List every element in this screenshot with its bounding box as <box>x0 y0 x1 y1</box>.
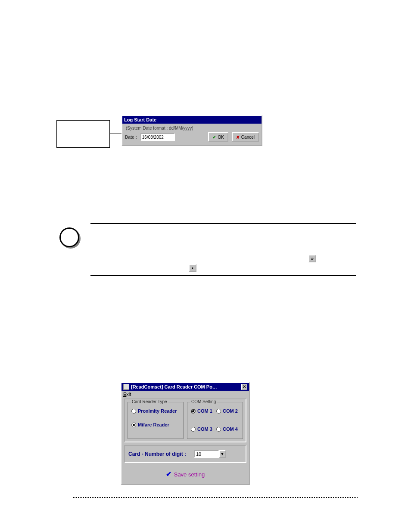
radio-selected-icon <box>191 409 196 414</box>
com3-radio[interactable]: COM 3 <box>191 426 214 432</box>
x-icon: ✘ <box>236 135 240 140</box>
card-digit-panel: Card - Number of digit : ▼ <box>124 445 246 463</box>
com-setting-group: COM Setting COM 1 COM 2 COM 3 <box>187 402 243 439</box>
proximity-reader-radio[interactable]: Proximity Reader <box>131 408 180 414</box>
com1-label: COM 1 <box>197 408 212 414</box>
dotted-separator <box>73 497 358 498</box>
save-setting-label: Save setting <box>174 471 205 478</box>
mifare-reader-radio[interactable]: Mifare Reader <box>131 422 180 427</box>
card-digit-combo[interactable]: ▼ <box>194 450 226 458</box>
date-input[interactable] <box>140 133 175 141</box>
dialog2-title-text: [ReadComset] Card Reader COM Po… <box>131 384 217 389</box>
menu-exit[interactable]: Exit <box>123 392 131 397</box>
ok-button[interactable]: ✔ OK <box>208 132 228 142</box>
card-reader-type-legend: Card Reader Type <box>131 399 168 404</box>
readcomset-dialog: [ReadComset] Card Reader COM Po… ✕ Exit … <box>121 382 250 485</box>
date-format-hint: (System Date format : dd/MM/yyyy) <box>125 125 259 132</box>
com-setting-legend: COM Setting <box>190 399 217 404</box>
dialog1-titlebar[interactable]: Log Start Date <box>122 116 262 124</box>
radio-selected-icon <box>131 423 136 427</box>
horizontal-rule-top <box>90 223 356 224</box>
card-digit-input[interactable] <box>194 450 219 458</box>
com1-radio[interactable]: COM 1 <box>191 408 214 414</box>
radio-icon <box>131 409 136 414</box>
dialog1-title-text: Log Start Date <box>124 117 156 122</box>
date-label: Date : <box>125 135 137 140</box>
chevron-right-icon: » <box>311 256 314 261</box>
horizontal-rule-bottom <box>90 275 356 276</box>
check-icon: ✔ <box>166 470 171 478</box>
cancel-button[interactable]: ✘ Cancel <box>232 132 259 142</box>
radio-icon <box>216 427 221 432</box>
check-icon: ✔ <box>212 135 216 140</box>
proximity-reader-label: Proximity Reader <box>138 408 177 414</box>
com2-label: COM 2 <box>223 408 238 414</box>
menu-bar: Exit <box>121 391 249 398</box>
cancel-button-label: Cancel <box>241 135 255 140</box>
dot-icon: • <box>192 265 193 271</box>
card-digit-label: Card - Number of digit : <box>128 451 186 457</box>
log-start-date-dialog: Log Start Date (System Date format : dd/… <box>121 115 262 146</box>
radio-icon <box>191 427 196 432</box>
com4-radio[interactable]: COM 4 <box>216 426 239 432</box>
ok-button-label: OK <box>218 135 224 140</box>
com3-label: COM 3 <box>197 426 212 432</box>
mifare-reader-label: Mifare Reader <box>138 422 169 427</box>
com2-radio[interactable]: COM 2 <box>216 408 239 414</box>
radio-icon <box>216 409 221 414</box>
com4-label: COM 4 <box>223 426 238 432</box>
dot-icon-button[interactable]: • <box>189 264 196 272</box>
step-circle <box>59 227 79 247</box>
chevron-down-icon[interactable]: ▼ <box>219 450 226 458</box>
callout-box <box>56 120 110 148</box>
close-icon[interactable]: ✕ <box>241 384 247 390</box>
card-reader-type-group: Card Reader Type Proximity Reader Mifare… <box>128 402 184 439</box>
dialog2-titlebar[interactable]: [ReadComset] Card Reader COM Po… ✕ <box>121 383 249 391</box>
save-setting-button[interactable]: ✔Save setting <box>121 466 249 484</box>
chevron-right-icon-button[interactable]: » <box>308 255 316 262</box>
menu-exit-rest: xit <box>126 392 131 397</box>
app-icon <box>123 384 129 390</box>
